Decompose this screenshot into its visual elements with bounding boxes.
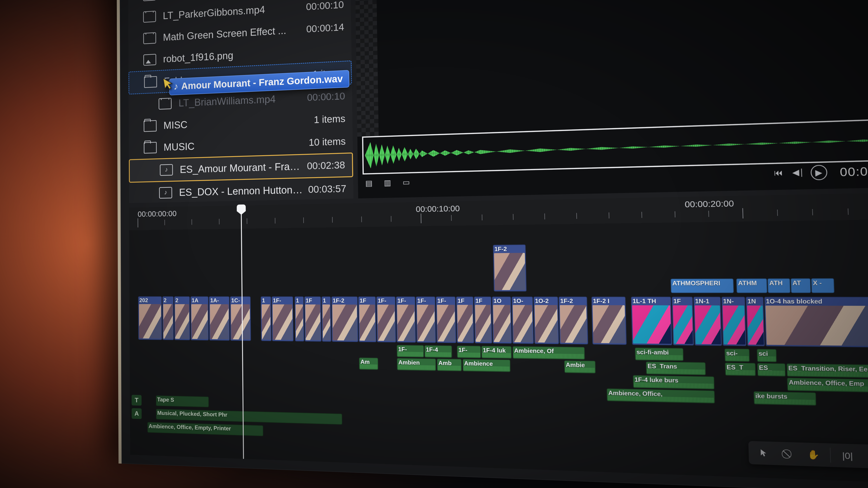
clip-label: X - xyxy=(813,279,833,287)
video-clip[interactable]: 1F xyxy=(456,296,474,343)
video-clip[interactable]: 1F xyxy=(474,296,492,344)
video-clip[interactable]: 1O- xyxy=(512,296,534,344)
browser-item-name: LT_BrianWilliams.mp4 xyxy=(179,92,302,109)
audio-clip[interactable]: ES_ xyxy=(757,363,786,377)
audio-clip[interactable]: Am xyxy=(359,357,378,370)
video-clip[interactable]: 1C- xyxy=(230,296,251,341)
audio-clip[interactable]: Ambience xyxy=(463,359,510,372)
video-clip[interactable]: 2 xyxy=(174,296,190,340)
disable-tool[interactable]: ⃠ xyxy=(780,446,797,462)
clip-label: 1F xyxy=(360,297,375,304)
ruler-tick xyxy=(812,209,813,215)
video-clip[interactable]: 1F- xyxy=(376,296,396,343)
view-mode-c-button[interactable]: ▭ xyxy=(400,176,412,189)
title-clip[interactable]: X - xyxy=(811,278,835,293)
ruler-tick xyxy=(421,214,421,223)
title-clip[interactable]: ATHM xyxy=(736,278,767,293)
ctx-lbl-clip[interactable]: Ambience, Office, Empty, Printer xyxy=(147,422,264,436)
rewind-button[interactable]: ⏮ xyxy=(771,166,786,180)
video-clip[interactable]: 2 xyxy=(162,296,174,340)
step-back-button[interactable]: ◀∣ xyxy=(791,165,806,179)
video-clip[interactable]: 1 xyxy=(260,296,272,341)
audio-clip[interactable]: 1F- xyxy=(397,345,424,357)
video-clip[interactable]: 1F- xyxy=(416,296,436,343)
title-clip[interactable]: ATHMOSPHERI xyxy=(671,279,734,293)
text-tool[interactable]: T xyxy=(864,449,868,464)
video-clip[interactable]: 1O xyxy=(492,296,512,344)
audio-clip[interactable]: sci-fi-ambi xyxy=(635,348,684,361)
audio-clip[interactable]: 1F-4 luk xyxy=(481,346,512,359)
audio-clip[interactable]: Ambience, Of xyxy=(513,346,585,359)
browser-item-name: LT_ParkerGibbons.mp4 xyxy=(163,2,301,22)
title-clip[interactable]: ATH xyxy=(767,278,790,293)
hand-tool[interactable]: ✋ xyxy=(805,447,822,462)
timeline[interactable]: 00:00:00:0000:00:10:0000:00:20:00 1F-2AT… xyxy=(129,191,868,487)
video-clip[interactable]: 1A xyxy=(190,296,209,341)
audio-clip[interactable]: 1F- xyxy=(457,346,481,358)
clip-label: 1F- xyxy=(273,297,292,304)
audio-clip[interactable]: Ambien xyxy=(397,358,436,371)
video-clip[interactable]: 1N- xyxy=(721,297,747,346)
video-clip[interactable]: 1F-2 xyxy=(493,245,526,292)
audio-clip[interactable]: 1F-4 luke burs xyxy=(633,375,715,390)
audio-clip[interactable]: sci- xyxy=(724,349,750,362)
ruler-tick xyxy=(609,213,610,219)
audio-clip[interactable]: sci xyxy=(757,349,777,362)
audio-clip[interactable]: ike bursts xyxy=(754,391,816,406)
browser-item-meta: 00:02:38 xyxy=(307,159,345,172)
video-clip[interactable]: 1N xyxy=(746,297,765,346)
view-mode-a-button[interactable]: ▤ xyxy=(363,177,375,190)
clip-label: 1N-1 xyxy=(695,298,719,305)
trim-tool[interactable]: |0| xyxy=(839,448,856,464)
video-clip[interactable]: 1N-1 xyxy=(693,297,722,346)
video-clip[interactable]: 1F- xyxy=(436,296,456,343)
video-clip[interactable]: 1 xyxy=(321,296,331,342)
video-clip[interactable]: 1A- xyxy=(209,296,230,341)
audio-clip[interactable]: ES_Transition, Riser, Eerie, Tonal xyxy=(786,363,868,379)
audio-clip[interactable]: ES_T xyxy=(725,363,756,376)
video-clip[interactable]: 1F xyxy=(672,297,694,346)
video-clip[interactable]: 1F-2 xyxy=(331,296,358,342)
video-clip[interactable]: 1F xyxy=(304,296,322,342)
image-icon xyxy=(143,54,156,66)
video-icon xyxy=(143,32,156,44)
video-clip[interactable]: 1F-2 xyxy=(559,297,588,345)
video-clip[interactable]: 1L-1 TH xyxy=(631,297,673,346)
audio-clip[interactable]: Ambie xyxy=(564,360,596,373)
clip-label: 1C- xyxy=(231,297,249,304)
clip-label: 1O-4 has blocked xyxy=(766,298,868,305)
video-clip[interactable]: 1F- xyxy=(396,296,416,343)
play-button[interactable]: ▶ xyxy=(810,165,827,180)
view-mode-b-button[interactable]: ▥ xyxy=(381,176,394,189)
clip-label: Tape S xyxy=(157,396,208,404)
ruler-tick xyxy=(708,211,709,217)
clip-label: 1N- xyxy=(723,298,744,305)
video-clip[interactable]: 202 xyxy=(138,296,162,340)
video-clip[interactable]: 1F xyxy=(358,296,376,342)
browser-item-meta: 00:00:10 xyxy=(306,0,344,12)
clip-label: ATH xyxy=(769,280,789,287)
audio-clip[interactable]: 1F-4 xyxy=(424,345,452,358)
select-tool[interactable] xyxy=(756,446,773,461)
video-clip[interactable]: 1O-2 xyxy=(533,297,559,344)
media-browser[interactable]: ..._ChethanBalakrishna.mp400:00:10LT_Jac… xyxy=(128,0,353,203)
ctx-lbl-clip[interactable]: Musical, Plucked, Short Phr xyxy=(156,409,342,425)
audio-clip[interactable]: Ambience, Office, Emp xyxy=(787,378,868,393)
ruler-tick xyxy=(675,211,675,217)
audio-clip[interactable]: ES_Trans xyxy=(646,361,706,375)
ruler-tick xyxy=(303,217,304,223)
clip-label: 1 xyxy=(262,297,270,304)
audio-clip[interactable]: Amb xyxy=(437,359,462,371)
video-clip[interactable]: 1O-4 has blocked xyxy=(764,297,868,348)
video-icon xyxy=(143,0,156,1)
ctx-lbl-clip[interactable]: Tape S xyxy=(156,395,209,408)
clip-label: 1L-1 TH xyxy=(632,297,670,305)
audio-clip[interactable]: Ambience, Office, xyxy=(607,388,715,403)
video-clip[interactable]: 1F-2 I xyxy=(591,297,627,345)
video-clip[interactable]: 1 xyxy=(294,296,304,341)
video-clip[interactable]: 1F- xyxy=(272,296,293,341)
title-clip[interactable]: AT xyxy=(790,278,811,293)
ruler-tick xyxy=(513,214,514,220)
clip-label: 1O-2 xyxy=(535,297,557,304)
clip-label: 1F- xyxy=(378,297,394,304)
